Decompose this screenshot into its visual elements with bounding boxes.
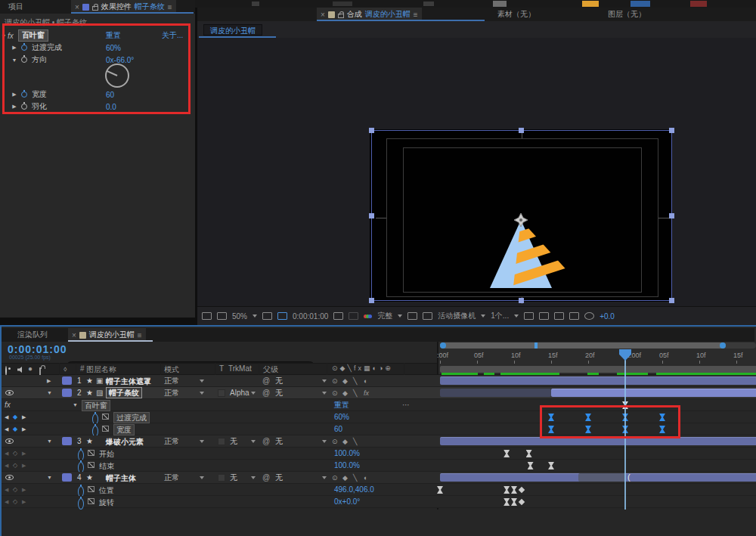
- keyframe-icon[interactable]: [585, 426, 591, 433]
- composition-viewer[interactable]: [197, 38, 756, 306]
- twirl-right-icon[interactable]: ▶: [11, 91, 18, 98]
- lock-icon[interactable]: [92, 6, 98, 11]
- selection-handle[interactable]: [369, 213, 374, 218]
- stopwatch-icon[interactable]: [21, 57, 27, 63]
- selection-handle[interactable]: [669, 213, 674, 218]
- ruler-label: 10f: [696, 352, 706, 359]
- work-area-bar[interactable]: [440, 366, 756, 373]
- keyframe-icon[interactable]: [659, 426, 665, 433]
- selection-handle[interactable]: [669, 298, 674, 303]
- keyframe-icon[interactable]: [503, 498, 510, 506]
- keyframe-icon[interactable]: [585, 414, 591, 421]
- close-icon[interactable]: ×: [321, 11, 325, 19]
- timeline-button-icon[interactable]: [554, 312, 564, 320]
- chevron-down-icon[interactable]: [398, 314, 402, 318]
- selection-handle[interactable]: [369, 128, 374, 133]
- tab-label: 合成: [347, 9, 362, 20]
- keyframe-icon[interactable]: [659, 414, 665, 421]
- panel-menu-icon[interactable]: ≡: [168, 3, 172, 11]
- selection-handle[interactable]: [669, 128, 674, 133]
- after-effects-window: 项目 × 效果控件 帽子条纹 ≡ 调皮的小丑帽 • 帽子条纹 ▼ fx 百叶窗 …: [0, 0, 756, 536]
- property-value[interactable]: 60: [106, 91, 114, 99]
- layer-duration-bar[interactable]: [440, 376, 756, 385]
- exposure-gear-icon[interactable]: [584, 312, 594, 320]
- snapshot-camera-icon[interactable]: [333, 312, 343, 320]
- viewer-timecode[interactable]: 0:00:01:00: [293, 312, 328, 321]
- layer-duration-bar[interactable]: [578, 473, 625, 482]
- always-preview-icon[interactable]: [202, 312, 212, 320]
- keyframe-icon[interactable]: [511, 498, 517, 506]
- stopwatch-icon[interactable]: [21, 45, 27, 51]
- channel-rgb-icon[interactable]: [364, 314, 372, 318]
- property-name: 宽度: [32, 89, 47, 100]
- selection-handle[interactable]: [519, 298, 524, 303]
- view-camera-select[interactable]: 活动摄像机: [438, 311, 476, 321]
- ruler-label: 05f: [659, 352, 669, 359]
- ruler-tick: [477, 361, 478, 364]
- chevron-down-icon[interactable]: [514, 314, 519, 318]
- transparency-grid-icon[interactable]: [423, 312, 432, 320]
- keyframe-icon[interactable]: [437, 486, 443, 494]
- chevron-down-icon[interactable]: [253, 314, 257, 318]
- magnification-monitor-icon[interactable]: [217, 312, 227, 320]
- composition-tabbar: × 合成 调皮的小丑帽 ≡ 素材（无） 图层（无）: [197, 8, 756, 21]
- keyframe-icon[interactable]: [526, 450, 532, 457]
- show-snapshot-icon[interactable]: [349, 312, 358, 320]
- ruler-label: 15f: [548, 352, 558, 359]
- effect-breadcrumb: 调皮的小丑帽 • 帽子条纹: [5, 17, 87, 28]
- keyframe-icon[interactable]: [503, 450, 510, 457]
- tab-layer[interactable]: 图层（无）: [604, 8, 649, 21]
- property-value[interactable]: 60%: [106, 44, 121, 52]
- keyframe-hold-icon[interactable]: [519, 499, 525, 505]
- keyframe-icon[interactable]: [503, 486, 510, 494]
- chevron-down-icon[interactable]: [481, 314, 485, 318]
- layer-duration-bar[interactable]: [551, 389, 756, 397]
- navigator-handle-right[interactable]: [720, 342, 726, 349]
- keyframe-icon[interactable]: [511, 486, 517, 494]
- keyframe-icon[interactable]: [548, 426, 554, 433]
- twirl-down-icon[interactable]: ▼: [0, 33, 8, 39]
- effect-reset-link[interactable]: 重置: [106, 30, 121, 41]
- keyframe-icon[interactable]: [548, 414, 554, 421]
- keyframe-icon[interactable]: [528, 462, 534, 469]
- fast-preview-icon[interactable]: [407, 312, 417, 320]
- tab-footage[interactable]: 素材（无）: [494, 8, 539, 21]
- effect-about-link[interactable]: 关于...: [162, 30, 183, 41]
- stopwatch-icon[interactable]: [21, 104, 27, 110]
- ruler-label: 10f: [511, 352, 521, 359]
- reset-exposure-icon[interactable]: [524, 312, 534, 320]
- ruler-label: :00f: [437, 352, 448, 359]
- resolution-select[interactable]: 完整: [377, 311, 392, 321]
- property-value[interactable]: 0.0: [106, 103, 116, 111]
- effect-name[interactable]: 百叶窗: [18, 29, 48, 42]
- region-of-interest-icon[interactable]: [277, 312, 287, 320]
- navigator-handle-left[interactable]: [440, 342, 446, 349]
- tab-project[interactable]: 项目: [5, 0, 27, 14]
- twirl-right-icon[interactable]: ▶: [11, 104, 18, 110]
- exposure-value[interactable]: +0.0: [600, 312, 615, 321]
- ruler-tick: [699, 361, 700, 364]
- time-navigator-bar[interactable]: [440, 342, 726, 349]
- playhead-line[interactable]: [624, 349, 626, 510]
- zoom-level[interactable]: 50%: [232, 312, 247, 321]
- ruler-tick: [514, 361, 515, 364]
- close-icon[interactable]: ×: [75, 3, 79, 11]
- selection-handle[interactable]: [519, 128, 524, 133]
- twirl-down-icon[interactable]: ▼: [11, 57, 18, 63]
- selection-bounding-box[interactable]: [371, 130, 672, 301]
- direction-dial[interactable]: [103, 63, 132, 88]
- panel-menu-icon[interactable]: ≡: [414, 11, 418, 19]
- keyframe-icon[interactable]: [548, 462, 554, 469]
- grid-guides-icon[interactable]: [262, 312, 272, 320]
- view-count-select[interactable]: 1个...: [491, 311, 509, 321]
- pixel-aspect-icon[interactable]: [539, 312, 549, 320]
- flowchart-icon[interactable]: [569, 312, 579, 320]
- layer-duration-bar[interactable]: [440, 437, 756, 445]
- layer-duration-bar[interactable]: [440, 389, 551, 397]
- twirl-right-icon[interactable]: ▶: [11, 45, 18, 51]
- stopwatch-icon[interactable]: [21, 91, 27, 98]
- viewer-comp-tab[interactable]: 调皮的小丑帽: [203, 24, 262, 36]
- selection-handle[interactable]: [369, 298, 374, 303]
- lock-icon[interactable]: [338, 14, 344, 18]
- keyframe-hold-icon[interactable]: [519, 487, 525, 493]
